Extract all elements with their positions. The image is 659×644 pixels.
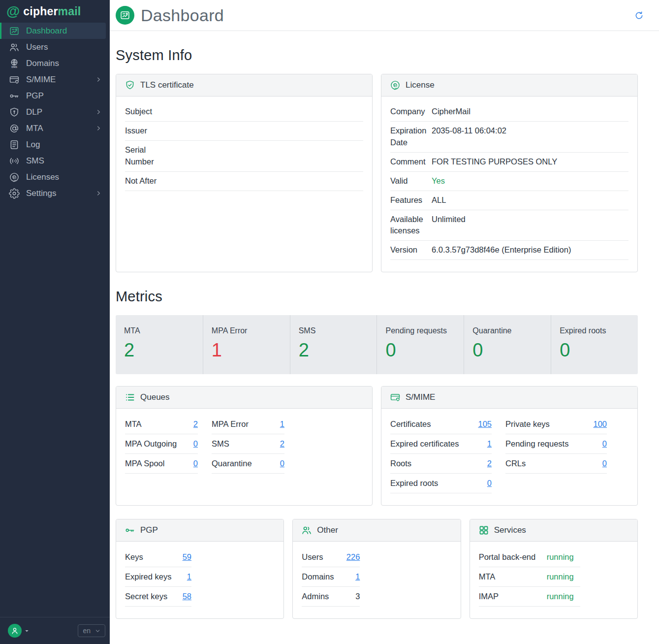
private-keys-value-link[interactable]: 100 xyxy=(593,419,607,429)
pgp-card: PGP Keys59Expired keys1Secret keys58 xyxy=(116,519,284,619)
mpa-error-stat: MPA Error1 xyxy=(212,415,284,434)
issuer-row: Issuer xyxy=(125,122,363,141)
sidebar-item-mta[interactable]: MTA xyxy=(0,120,106,136)
sidebar-item-licenses[interactable]: Licenses xyxy=(0,169,106,185)
tls-card-header: TLS certificate xyxy=(116,74,372,97)
chevron-right-icon xyxy=(95,76,102,83)
field-label: Subject xyxy=(125,106,165,118)
system-info-row: TLS certificate SubjectIssuerSerial Numb… xyxy=(116,74,638,272)
expired-roots-value-link[interactable]: 0 xyxy=(487,479,492,488)
secret-keys-value-link[interactable]: 58 xyxy=(183,592,191,601)
sidebar-item-pgp[interactable]: PGP xyxy=(0,88,106,104)
valid-row: ValidYes xyxy=(390,172,628,191)
sidebar-item-dashboard[interactable]: Dashboard xyxy=(0,23,106,39)
mpa-outgoing-value-link[interactable]: 0 xyxy=(193,439,198,449)
language-select[interactable]: en xyxy=(78,624,105,637)
keys-value-link[interactable]: 59 xyxy=(183,552,191,562)
secret-keys-stat: Secret keys58 xyxy=(125,587,191,607)
sidebar-item-label: Licenses xyxy=(26,172,59,182)
portal-back-end-value: running xyxy=(547,552,574,562)
domains-value-link[interactable]: 1 xyxy=(355,572,360,581)
subject-row: Subject xyxy=(125,102,363,122)
crls-value-link[interactable]: 0 xyxy=(602,459,607,468)
sms-value-link[interactable]: 2 xyxy=(280,439,284,449)
sidebar-item-label: DLP xyxy=(26,107,42,117)
field-label: Issuer xyxy=(125,125,165,137)
stat-label: Pending requests xyxy=(505,439,568,449)
admins-stat: Admins3 xyxy=(302,587,360,607)
field-label: Available licenses xyxy=(390,214,431,237)
mpa-spool-value-link[interactable]: 0 xyxy=(193,459,198,468)
company-row: CompanyCipherMail xyxy=(390,102,628,122)
card-shield-icon xyxy=(390,392,401,403)
expiration-date-row: Expiration Date2035-08-11 06:04:02 xyxy=(390,122,628,153)
domains-stat: Domains1 xyxy=(302,567,360,587)
available-licenses-row: Available licensesUnlimited xyxy=(390,210,628,241)
field-value: 6.0.3.57g73d8f46e (Enterprise Edition) xyxy=(432,244,628,256)
certificates-stat: Certificates105 xyxy=(390,415,492,434)
other-card: Other Users226Domains1Admins3 xyxy=(292,519,461,619)
roots-stat: Roots2 xyxy=(390,454,492,474)
sidebar-item-label: S/MIME xyxy=(26,75,56,85)
license-card-body: CompanyCipherMailExpiration Date2035-08-… xyxy=(381,97,637,272)
metric-label: MTA xyxy=(124,326,194,335)
stat-label: Secret keys xyxy=(125,592,167,601)
portal-back-end-stat: Portal back-endrunning xyxy=(479,547,580,567)
pending-requests-value-link[interactable]: 0 xyxy=(602,439,607,449)
ciphermail-logo[interactable]: @ ciphermail xyxy=(0,0,110,23)
field-value: 2035-08-11 06:04:02 xyxy=(432,125,628,137)
field-label: Serial Number xyxy=(125,144,165,168)
users-value-link[interactable]: 226 xyxy=(346,552,360,562)
mpa-error-value-link[interactable]: 1 xyxy=(280,419,284,429)
certificates-value-link[interactable]: 105 xyxy=(478,419,492,429)
services-card-title: Services xyxy=(494,525,526,535)
other-card-title: Other xyxy=(317,525,338,535)
queues-smime-row: Queues MTA2MPA Outgoing0MPA Spool0MPA Er… xyxy=(116,386,638,506)
stat-label: IMAP xyxy=(479,592,547,601)
stat-label: SMS xyxy=(212,439,229,449)
metric-label: Quarantine xyxy=(472,326,542,335)
sidebar-item-domains[interactable]: DNSDomains xyxy=(0,55,106,71)
stat-column: MTA2MPA Outgoing0MPA Spool0 xyxy=(125,415,198,474)
user-menu-button[interactable] xyxy=(8,624,30,638)
sidebar-item-sms[interactable]: SMS xyxy=(0,153,106,169)
sidebar-item-label: MTA xyxy=(26,124,43,133)
sidebar: @ ciphermail DashboardUsersDNSDomainsS/M… xyxy=(0,0,110,644)
grid-icon xyxy=(478,525,489,536)
expired-certificates-value-link[interactable]: 1 xyxy=(487,439,492,449)
services-card-header: Services xyxy=(470,519,637,542)
sidebar-item-dlp[interactable]: DLP xyxy=(0,104,106,120)
not-after-row: Not After xyxy=(125,172,363,191)
sidebar-item-label: Log xyxy=(26,140,40,150)
sidebar-item-users[interactable]: Users xyxy=(0,39,106,55)
sidebar-item-label: PGP xyxy=(26,91,44,101)
field-label: Not After xyxy=(125,175,165,187)
mta-value: running xyxy=(547,572,574,581)
queues-card-header: Queues xyxy=(116,386,372,409)
metric-label: MPA Error xyxy=(212,326,282,335)
refresh-icon[interactable] xyxy=(634,11,644,20)
field-label: Features xyxy=(390,194,431,206)
crls-stat: CRLs0 xyxy=(505,454,607,474)
license-card-title: License xyxy=(406,80,435,90)
mta-value-link[interactable]: 2 xyxy=(193,419,198,429)
imap-stat: IMAPrunning xyxy=(479,587,580,607)
sidebar-item-s-mime[interactable]: S/MIME xyxy=(0,71,106,88)
other-card-body: Users226Domains1Admins3 xyxy=(293,542,460,618)
expired-keys-value-link[interactable]: 1 xyxy=(187,572,191,581)
sidebar-item-settings[interactable]: Settings xyxy=(0,185,106,201)
mta-stat: MTA2 xyxy=(125,415,198,434)
stat-label: Quarantine xyxy=(212,459,252,468)
quarantine-value-link[interactable]: 0 xyxy=(280,459,284,468)
logo-text: ciphermail xyxy=(23,5,81,18)
pgp-card-title: PGP xyxy=(140,525,158,535)
roots-value-link[interactable]: 2 xyxy=(487,459,492,468)
metric-tiles: MTA2MPA Error1SMS2Pending requests0Quara… xyxy=(116,315,638,374)
metric-label: Pending requests xyxy=(385,326,455,335)
sidebar-item-log[interactable]: Log xyxy=(0,136,106,153)
bottom-cards-row: PGP Keys59Expired keys1Secret keys58 Oth… xyxy=(116,519,638,619)
metrics-heading: Metrics xyxy=(116,289,638,305)
licenses-icon xyxy=(9,172,20,183)
mpa-spool-stat: MPA Spool0 xyxy=(125,454,198,474)
pgp-card-body: Keys59Expired keys1Secret keys58 xyxy=(116,542,283,618)
